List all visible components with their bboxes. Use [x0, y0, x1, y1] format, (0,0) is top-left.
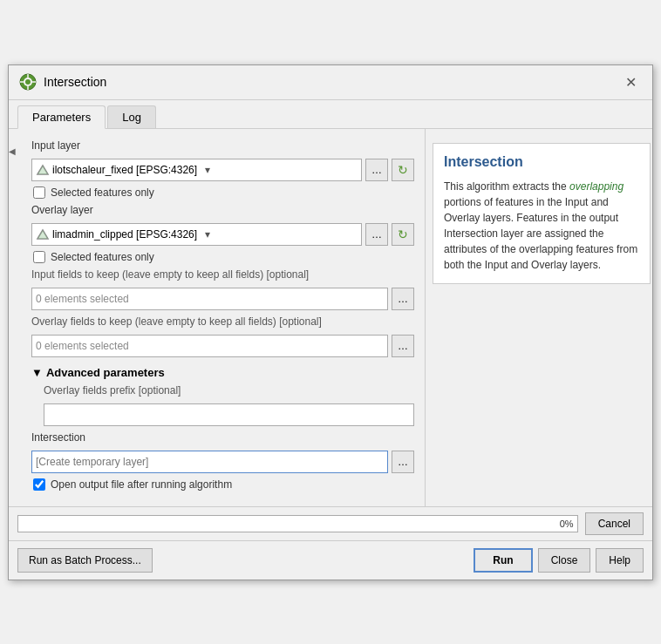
- input-fields-row: 0 elements selected …: [31, 288, 414, 310]
- input-layer-selected-only-row: Selected features only: [33, 186, 414, 199]
- input-layer-dropdown-arrow: ▾: [205, 164, 358, 176]
- close-dialog-button[interactable]: Close: [538, 548, 591, 573]
- overlay-prefix-row: [44, 403, 414, 426]
- overlay-fields-value: 0 elements selected: [36, 340, 384, 352]
- input-fields-label: Input fields to keep (leave empty to kee…: [31, 268, 414, 281]
- intersection-output-browse-button[interactable]: …: [392, 451, 414, 473]
- intersection-output-input[interactable]: [31, 451, 388, 473]
- help-title: Intersection: [444, 154, 639, 170]
- window-title: Intersection: [44, 75, 106, 89]
- input-layer-selected-only-checkbox[interactable]: [33, 186, 45, 199]
- help-button[interactable]: Help: [596, 548, 644, 573]
- open-output-label: Open output file after running algorithm: [51, 478, 232, 491]
- intersection-output-label: Intersection: [31, 431, 414, 444]
- title-bar-left: Intersection: [19, 73, 106, 91]
- overlay-layer-selected-only-label: Selected features only: [51, 251, 154, 263]
- overlay-layer-polygon-icon: [36, 228, 50, 241]
- help-panel: Intersection This algorithm extracts the…: [433, 143, 651, 284]
- advanced-params-label: Advanced parameters: [46, 366, 165, 379]
- tabs-container: Parameters Log: [9, 100, 652, 129]
- svg-marker-10: [37, 230, 48, 239]
- overlay-fields-combo[interactable]: 0 elements selected: [31, 335, 388, 357]
- input-layer-browse-button[interactable]: …: [365, 159, 388, 181]
- input-layer-refresh-button[interactable]: ↻: [392, 159, 414, 181]
- tab-parameters[interactable]: Parameters: [17, 105, 106, 129]
- qgis-icon: [19, 73, 37, 91]
- run-button[interactable]: Run: [474, 548, 532, 573]
- overlay-prefix-input[interactable]: [44, 403, 414, 426]
- input-layer-row: ilotschaleur_fixed [EPSG:4326] ▾ … ↻: [31, 159, 414, 181]
- help-text-1: This algorithm extracts the: [444, 180, 569, 193]
- tab-log[interactable]: Log: [107, 105, 156, 128]
- title-bar: Intersection ✕: [9, 65, 652, 100]
- input-layer-value: ilotschaleur_fixed [EPSG:4326]: [52, 164, 205, 176]
- advanced-collapse-icon: ▼: [31, 366, 43, 379]
- right-buttons: Run Close Help: [474, 548, 644, 573]
- overlay-fields-label: Overlay fields to keep (leave empty to k…: [31, 315, 414, 328]
- batch-process-button[interactable]: Run as Batch Process...: [17, 548, 153, 573]
- layer-polygon-icon: [36, 164, 50, 176]
- svg-marker-8: [37, 166, 48, 174]
- overlay-layer-dropdown-arrow: ▾: [205, 228, 358, 241]
- input-fields-value: 0 elements selected: [36, 293, 384, 305]
- left-panel: Input layer ilotschaleur_fixed [EPSG:432…: [21, 129, 426, 506]
- progress-bar: 0%: [17, 515, 578, 532]
- overlay-layer-row: limadmin_clipped [EPSG:4326] ▾ … ↻: [31, 223, 414, 246]
- overlay-layer-label: Overlay layer: [31, 204, 414, 216]
- collapse-panel-arrow[interactable]: ◀: [9, 129, 21, 156]
- input-fields-combo[interactable]: 0 elements selected: [31, 288, 388, 310]
- progress-bar-row: 0% Cancel: [9, 506, 652, 540]
- open-output-row: Open output file after running algorithm: [33, 478, 414, 491]
- help-panel-container: Intersection This algorithm extracts the…: [426, 129, 652, 506]
- window-close-button[interactable]: ✕: [620, 72, 642, 92]
- input-layer-label: Input layer: [31, 139, 414, 152]
- svg-point-2: [25, 79, 31, 85]
- advanced-params-header[interactable]: ▼ Advanced parameters: [31, 366, 414, 379]
- main-content: ◀ Input layer ilotschaleur_fixed [EPSG:4…: [9, 129, 652, 506]
- help-text: This algorithm extracts the overlapping …: [444, 179, 639, 273]
- open-output-checkbox[interactable]: [33, 478, 45, 491]
- intersection-dialog: Intersection ✕ Parameters Log ◀ Input la…: [8, 64, 653, 580]
- action-bar: Run as Batch Process... Run Close Help: [9, 540, 652, 580]
- overlay-fields-row: 0 elements selected …: [31, 335, 414, 357]
- cancel-button[interactable]: Cancel: [585, 512, 644, 535]
- overlay-prefix-label: Overlay fields prefix [optional]: [44, 384, 414, 397]
- intersection-output-row: …: [31, 451, 414, 473]
- help-text-2: portions of features in the Input and Ov…: [444, 196, 637, 271]
- overlay-layer-selected-only-row: Selected features only: [33, 251, 414, 263]
- overlay-layer-selected-only-checkbox[interactable]: [33, 251, 45, 263]
- overlay-layer-combo[interactable]: limadmin_clipped [EPSG:4326] ▾: [31, 223, 362, 246]
- help-text-highlight: overlapping: [569, 180, 624, 193]
- overlay-layer-refresh-button[interactable]: ↻: [392, 223, 414, 246]
- overlay-layer-browse-button[interactable]: …: [365, 223, 388, 246]
- overlay-layer-value: limadmin_clipped [EPSG:4326]: [52, 228, 205, 241]
- input-layer-selected-only-label: Selected features only: [51, 186, 154, 199]
- progress-label: 0%: [560, 519, 574, 529]
- overlay-fields-browse-button[interactable]: …: [392, 335, 414, 357]
- input-fields-browse-button[interactable]: …: [392, 288, 414, 310]
- input-layer-combo[interactable]: ilotschaleur_fixed [EPSG:4326] ▾: [31, 159, 362, 181]
